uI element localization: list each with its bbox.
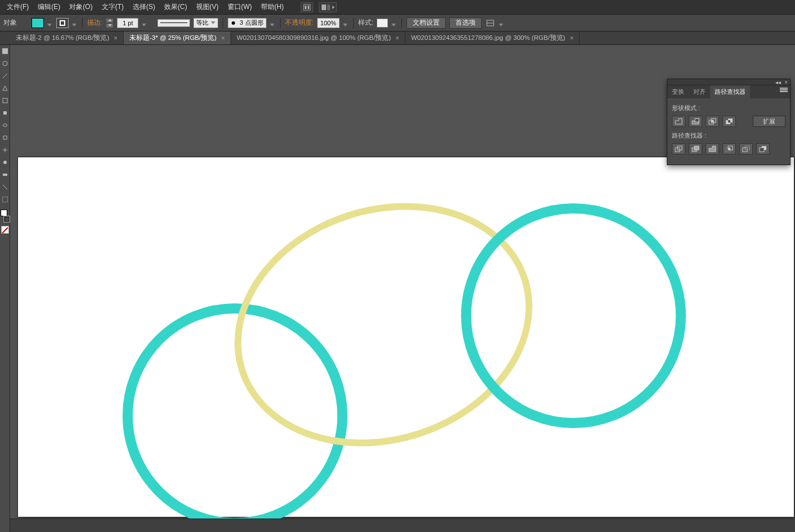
brush-dropdown-icon[interactable] (270, 20, 275, 26)
opacity-input[interactable] (317, 18, 340, 28)
intersect-icon[interactable] (706, 116, 719, 127)
unite-icon[interactable] (672, 116, 685, 127)
doc-tab-label: 未标题-3* @ 25% (RGB/预览) (129, 34, 216, 42)
align-dropdown-icon[interactable] (499, 20, 504, 26)
tool-generic-icon[interactable] (0, 70, 10, 82)
svg-rect-19 (695, 119, 699, 122)
doc-tab-0[interactable]: 未标题-2 @ 16.67% (RGB/预览) × (10, 31, 124, 44)
crop-icon[interactable] (722, 143, 736, 154)
stroke-down-icon[interactable] (106, 23, 114, 28)
document-setup-button[interactable]: 文档设置 (406, 17, 446, 29)
merge-icon[interactable] (706, 143, 719, 154)
panel-tab-transform[interactable]: 变换 (667, 85, 689, 98)
divide-icon[interactable] (672, 143, 685, 154)
fill-swatch[interactable] (31, 18, 44, 28)
stroke-profile-combo[interactable]: 等比 (193, 18, 218, 28)
expand-button[interactable]: 扩展 (753, 116, 785, 127)
menu-bar: 文件(F) 编辑(E) 对象(O) 文字(T) 选择(S) 效果(C) 视图(V… (0, 0, 795, 15)
menu-window[interactable]: 窗口(W) (224, 1, 255, 13)
document-tabs: 未标题-2 @ 16.67% (RGB/预览) × 未标题-3* @ 25% (… (0, 31, 795, 45)
stroke-label[interactable]: 描边: (87, 18, 102, 28)
tool-generic-icon[interactable] (0, 156, 10, 169)
menu-select[interactable]: 选择(S) (129, 1, 159, 13)
stroke-up-icon[interactable] (106, 18, 114, 23)
stroke-dropdown-icon[interactable] (72, 20, 78, 26)
tool-strip (0, 45, 10, 532)
menu-object[interactable]: 对象(O) (66, 1, 96, 13)
panel-close-icon[interactable]: × (784, 79, 788, 85)
tool-generic-icon[interactable] (0, 144, 10, 156)
tool-generic-icon[interactable] (0, 57, 10, 70)
tool-generic-icon[interactable] (0, 193, 10, 206)
doc-tab-1[interactable]: 未标题-3* @ 25% (RGB/预览) × (124, 31, 231, 44)
shape-circle-teal-right[interactable] (461, 203, 686, 428)
menu-view[interactable]: 视图(V) (193, 1, 222, 13)
minus-back-icon[interactable] (756, 143, 770, 154)
tool-generic-icon[interactable] (0, 119, 10, 131)
svg-marker-7 (108, 24, 112, 26)
svg-rect-17 (3, 174, 7, 176)
opacity-label[interactable]: 不透明度: (285, 18, 314, 28)
doc-tab-2[interactable]: W020130704580309890316.jpg @ 100% (RGB/预… (231, 31, 405, 44)
svg-rect-22 (711, 120, 713, 122)
tool-generic-icon[interactable] (0, 45, 10, 57)
selection-target-label: 对象 (3, 18, 17, 28)
panel-tab-pathfinder[interactable]: 路径查找器 (710, 85, 750, 98)
outline-icon[interactable] (739, 143, 753, 154)
svg-rect-1 (305, 6, 306, 9)
status-bar (10, 519, 795, 532)
panel-menu-icon[interactable] (780, 87, 788, 94)
svg-rect-15 (3, 111, 7, 115)
graphic-style-swatch[interactable] (377, 19, 388, 28)
close-icon[interactable]: × (570, 34, 573, 42)
svg-rect-32 (728, 148, 730, 150)
close-icon[interactable]: × (395, 34, 399, 42)
style-dropdown-icon[interactable] (391, 20, 397, 26)
tool-generic-icon[interactable] (0, 107, 10, 119)
menu-help[interactable]: 帮助(H) (258, 1, 287, 13)
svg-rect-18 (2, 197, 8, 202)
menu-effect[interactable]: 效果(C) (161, 1, 191, 13)
bridge-icon[interactable] (301, 2, 313, 12)
svg-point-16 (3, 161, 7, 164)
svg-point-8 (232, 21, 235, 25)
panel-collapse-icon[interactable]: ◂◂ (775, 79, 781, 85)
tool-generic-icon[interactable] (0, 169, 10, 181)
preferences-button[interactable]: 首选项 (449, 17, 482, 29)
arrange-documents-icon[interactable] (319, 2, 337, 12)
brush-combo[interactable]: 3 点圆形 (228, 18, 266, 28)
tool-generic-icon[interactable] (0, 131, 10, 144)
panel-tab-align[interactable]: 对齐 (689, 85, 710, 98)
menu-edit[interactable]: 编辑(E) (34, 1, 64, 13)
doc-tab-label: 未标题-2 @ 16.67% (RGB/预览) (16, 34, 109, 42)
trim-icon[interactable] (689, 143, 702, 154)
menu-file[interactable]: 文件(F) (3, 1, 32, 13)
menu-type[interactable]: 文字(T) (98, 1, 127, 13)
stroke-profile-preview[interactable] (157, 19, 190, 27)
tool-generic-icon[interactable] (0, 94, 10, 107)
align-to-icon[interactable] (485, 18, 495, 28)
no-color-icon[interactable] (1, 226, 9, 234)
panel-grip[interactable]: ◂◂ × (667, 79, 790, 85)
svg-rect-35 (760, 148, 764, 152)
tool-generic-icon[interactable] (0, 82, 10, 94)
svg-marker-5 (332, 6, 335, 9)
stroke-weight-input[interactable] (117, 18, 138, 28)
stroke-swatch[interactable] (56, 18, 69, 28)
svg-marker-13 (3, 86, 7, 90)
fill-dropdown-icon[interactable] (47, 20, 53, 26)
doc-tab-label: W020130704580309890316.jpg @ 100% (RGB/预… (237, 34, 391, 42)
stroke-weight-dropdown-icon[interactable] (142, 20, 147, 26)
stroke-box-icon[interactable] (3, 216, 10, 222)
exclude-icon[interactable] (722, 116, 736, 127)
stroke-weight-stepper[interactable] (106, 18, 114, 28)
fill-stroke-toggle[interactable] (0, 209, 10, 222)
doc-tab-3[interactable]: W020130924363551278086.jpg @ 300% (RGB/预… (405, 31, 580, 44)
svg-marker-6 (108, 19, 112, 21)
svg-rect-2 (308, 6, 309, 9)
minus-front-icon[interactable] (689, 116, 702, 127)
tool-generic-icon[interactable] (0, 181, 10, 193)
close-icon[interactable]: × (114, 34, 118, 42)
opacity-dropdown-icon[interactable] (343, 20, 349, 26)
close-icon[interactable]: × (221, 34, 225, 42)
